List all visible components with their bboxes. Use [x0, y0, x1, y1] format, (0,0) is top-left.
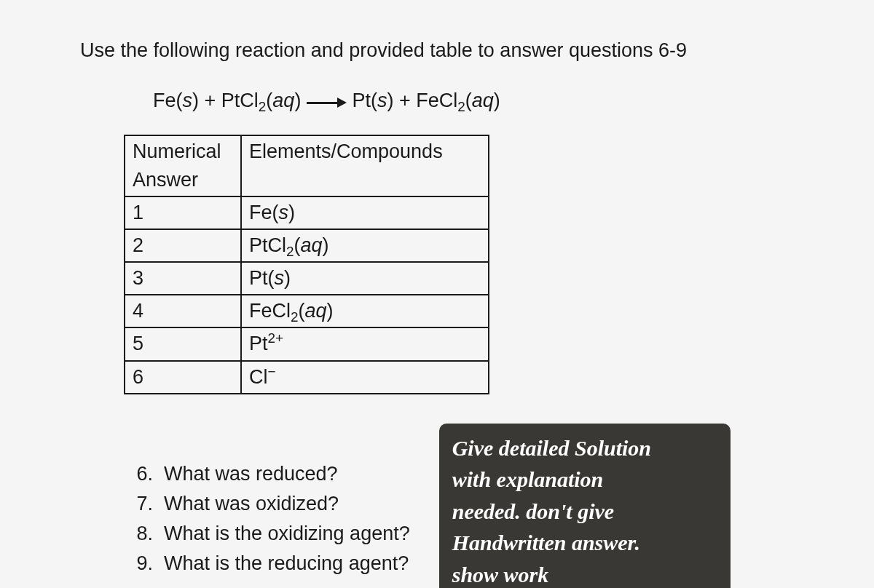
cell-compound: Pt(s): [241, 262, 489, 295]
cell-num: 5: [125, 327, 241, 360]
reaction-arrow-icon: [307, 87, 347, 116]
note-line: Give detailed Solution: [452, 432, 717, 464]
cell-num: 6: [125, 361, 241, 394]
question-number: 9.: [131, 549, 153, 578]
product-2: FeCl2(aq): [416, 90, 500, 111]
cell-num: 1: [125, 196, 241, 229]
question-list: 6. What was reduced? 7. What was oxidize…: [131, 460, 410, 580]
header-numerical: Numerical Answer: [125, 135, 241, 196]
cell-compound: Fe(s): [241, 196, 489, 229]
question-number: 6.: [131, 460, 153, 488]
question-item: 6. What was reduced?: [131, 460, 410, 488]
table-header-row: Numerical Answer Elements/Compounds: [125, 135, 489, 196]
question-text: What is the reducing agent?: [164, 549, 409, 578]
note-line: needed. don't give: [452, 496, 717, 528]
note-line: Handwritten answer.: [452, 527, 717, 559]
note-line: show work: [452, 559, 717, 588]
cell-compound: Cl−: [241, 361, 489, 394]
instruction-text: Use the following reaction and provided …: [80, 36, 794, 65]
cell-num: 4: [125, 295, 241, 327]
question-text: What was reduced?: [164, 460, 338, 488]
cell-compound: FeCl2(aq): [241, 295, 489, 327]
note-line: with explanation: [452, 464, 717, 496]
table-row: 4 FeCl2(aq): [125, 295, 489, 327]
table-row: 5 Pt2+: [125, 327, 489, 360]
question-item: 9. What is the reducing agent?: [131, 549, 410, 578]
question-number: 8.: [131, 520, 153, 548]
table-row: 2 PtCl2(aq): [125, 229, 489, 262]
cell-num: 2: [125, 229, 241, 262]
cell-compound: Pt2+: [241, 327, 489, 360]
question-item: 8. What is the oxidizing agent?: [131, 520, 410, 548]
question-item: 7. What was oxidized?: [131, 490, 410, 518]
cell-compound: PtCl2(aq): [241, 229, 489, 262]
question-number: 7.: [131, 490, 153, 518]
product-1: Pt(s): [352, 90, 393, 111]
reactant-2: PtCl2(aq): [221, 90, 302, 111]
question-text: What was oxidized?: [164, 490, 339, 518]
answer-table: Numerical Answer Elements/Compounds 1 Fe…: [124, 135, 489, 394]
table-row: 1 Fe(s): [125, 196, 489, 229]
header-compounds: Elements/Compounds: [241, 135, 489, 196]
reactant-1: Fe(s): [153, 90, 199, 111]
instruction-callout: Give detailed Solution with explanation …: [439, 424, 731, 588]
table-row: 3 Pt(s): [125, 262, 489, 295]
question-text: What is the oxidizing agent?: [164, 520, 410, 548]
cell-num: 3: [125, 262, 241, 295]
table-row: 6 Cl−: [125, 361, 489, 394]
reaction-equation: Fe(s) + PtCl2(aq) Pt(s) + FeCl2(aq): [153, 87, 794, 116]
